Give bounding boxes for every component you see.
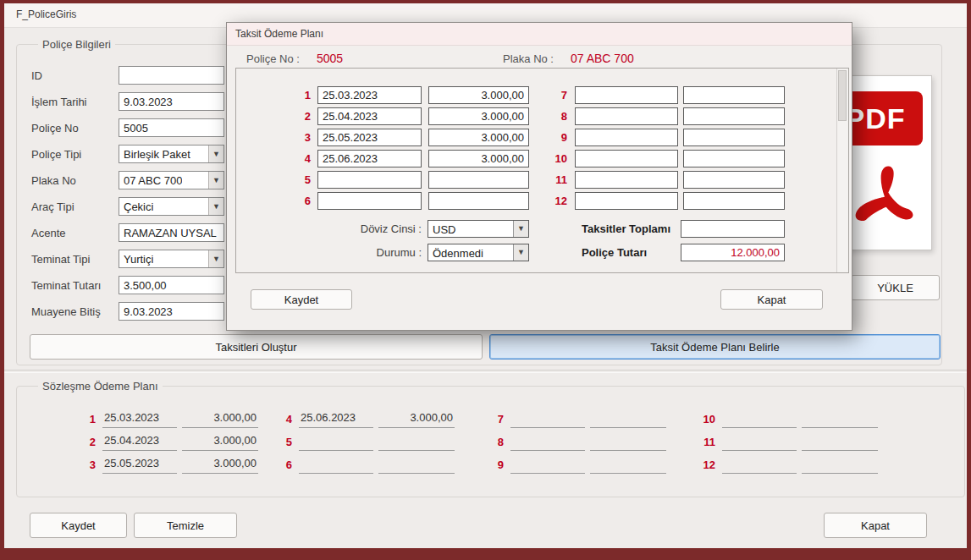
installment-date-input[interactable] bbox=[317, 171, 422, 189]
installment-number: 1 bbox=[290, 89, 311, 102]
police-tutari-input[interactable] bbox=[681, 244, 785, 261]
installment-amount-input[interactable] bbox=[683, 171, 785, 189]
taksitleri-olustur-button[interactable]: Taksitleri Oluştur bbox=[30, 334, 483, 360]
installment-number: 7 bbox=[547, 89, 567, 102]
installment-amount-input[interactable] bbox=[683, 86, 785, 104]
teminat-tipi-combobox[interactable]: Yurtiçi ▼ bbox=[119, 250, 224, 268]
horizontal-divider bbox=[4, 370, 967, 373]
row-date: 25.06.2023 bbox=[299, 411, 373, 428]
doviz-cinsi-combobox[interactable]: USD ▼ bbox=[428, 220, 529, 238]
row-amount bbox=[378, 434, 455, 451]
islem-tarihi-input[interactable] bbox=[119, 92, 224, 111]
muayene-bitis-input[interactable] bbox=[119, 302, 224, 321]
row-amount: 3.000,00 bbox=[182, 457, 258, 474]
field-row-police-no: Poliçe No bbox=[31, 118, 234, 139]
arac-tipi-combobox[interactable]: Çekici ▼ bbox=[119, 197, 224, 216]
app-window: F_PoliceGiris Poliçe Bilgileri ID İşlem … bbox=[0, 0, 971, 560]
row-date: 25.03.2023 bbox=[102, 411, 177, 428]
dialog-kaydet-button[interactable]: Kaydet bbox=[251, 289, 352, 310]
field-row-muayene-bitis: Muayene Bitiş bbox=[31, 302, 234, 322]
installment-date-input[interactable] bbox=[575, 192, 678, 210]
sozlesme-row: 6 bbox=[277, 457, 455, 474]
police-no-label: Poliçe No bbox=[31, 122, 79, 135]
installment-row: 2 bbox=[290, 107, 536, 125]
temizle-button[interactable]: Temizle bbox=[134, 513, 237, 538]
chevron-down-icon[interactable]: ▼ bbox=[208, 250, 223, 267]
panel-scrollbar[interactable] bbox=[836, 69, 848, 272]
chevron-down-icon[interactable]: ▼ bbox=[208, 145, 223, 162]
chevron-down-icon[interactable]: ▼ bbox=[513, 221, 528, 237]
installments-panel: 1 2 3 4 5 bbox=[235, 68, 849, 273]
row-number: 2 bbox=[80, 436, 96, 448]
installment-date-input[interactable] bbox=[575, 107, 678, 125]
dialog-kapat-button[interactable]: Kapat bbox=[720, 289, 823, 310]
installment-date-input[interactable] bbox=[575, 171, 678, 189]
installment-number: 12 bbox=[547, 195, 567, 207]
installment-row: 4 bbox=[290, 150, 536, 167]
installment-amount-input[interactable] bbox=[428, 150, 529, 167]
installment-row: 1 bbox=[290, 86, 536, 104]
row-number: 11 bbox=[700, 436, 715, 448]
installment-row: 7 bbox=[547, 86, 792, 104]
durumu-label: Durumu : bbox=[290, 246, 422, 259]
scrollbar-thumb[interactable] bbox=[838, 70, 847, 121]
row-date bbox=[510, 411, 585, 428]
sozlesme-row: 10 bbox=[700, 411, 878, 428]
row-amount: 3.000,00 bbox=[378, 411, 455, 428]
taksitler-toplami-input[interactable] bbox=[681, 220, 785, 238]
installment-amount-input[interactable] bbox=[683, 129, 785, 146]
row-amount bbox=[378, 457, 455, 474]
installment-amount-input[interactable] bbox=[683, 150, 785, 167]
taksit-odeme-plani-dialog: Taksit Ödeme Planı Poliçe No : 5005 Plak… bbox=[226, 22, 852, 331]
installment-amount-input[interactable] bbox=[683, 107, 785, 125]
acente-input[interactable] bbox=[119, 223, 224, 242]
kaydet-button[interactable]: Kaydet bbox=[30, 513, 127, 538]
installment-date-input[interactable] bbox=[317, 150, 422, 167]
installment-number: 5 bbox=[290, 173, 311, 186]
teminat-tipi-value: Yurtiçi bbox=[124, 253, 153, 266]
installment-date-input[interactable] bbox=[317, 192, 422, 210]
row-date bbox=[722, 457, 797, 474]
teminat-tutari-input[interactable] bbox=[119, 276, 224, 294]
row-number: 4 bbox=[277, 413, 292, 425]
installment-row: 11 bbox=[547, 171, 792, 189]
row-date bbox=[510, 434, 585, 451]
installment-number: 9 bbox=[547, 131, 567, 144]
pdf-yukle-button[interactable]: YÜKLE bbox=[851, 275, 940, 300]
window-title: F_PoliceGiris bbox=[16, 8, 76, 20]
installment-date-input[interactable] bbox=[317, 86, 422, 104]
id-input[interactable] bbox=[119, 66, 224, 85]
adobe-ribbon-icon bbox=[848, 156, 921, 234]
police-tipi-combobox[interactable]: Birleşik Paket ▼ bbox=[119, 145, 224, 163]
row-number: 5 bbox=[277, 436, 292, 448]
row-date bbox=[510, 457, 585, 474]
sozlesme-row: 9 bbox=[488, 457, 666, 474]
arac-tipi-value: Çekici bbox=[124, 200, 153, 213]
police-no-input[interactable] bbox=[119, 118, 224, 137]
installment-date-input[interactable] bbox=[317, 107, 422, 125]
chevron-down-icon[interactable]: ▼ bbox=[513, 244, 528, 261]
installment-amount-input[interactable] bbox=[683, 192, 785, 210]
chevron-down-icon[interactable]: ▼ bbox=[208, 198, 223, 215]
installment-amount-input[interactable] bbox=[428, 107, 529, 125]
installment-row: 12 bbox=[547, 192, 792, 210]
installment-date-input[interactable] bbox=[317, 129, 422, 146]
installment-date-input[interactable] bbox=[575, 86, 678, 104]
installment-date-input[interactable] bbox=[575, 129, 678, 146]
installment-amount-input[interactable] bbox=[428, 129, 529, 146]
dialog-title: Taksit Ödeme Planı bbox=[235, 28, 323, 40]
kapat-button[interactable]: Kapat bbox=[824, 513, 927, 538]
installment-amount-input[interactable] bbox=[428, 86, 529, 104]
taksit-odeme-plani-belirle-button[interactable]: Taksit Ödeme Planı Belirle bbox=[489, 334, 941, 360]
row-date: 25.05.2023 bbox=[102, 457, 177, 474]
sozlesme-row: 4 25.06.2023 3.000,00 bbox=[277, 411, 455, 428]
police-tipi-value: Birleşik Paket bbox=[124, 148, 190, 161]
installment-date-input[interactable] bbox=[575, 150, 678, 167]
plaka-no-combobox[interactable]: 07 ABC 700 ▼ bbox=[119, 171, 224, 189]
chevron-down-icon[interactable]: ▼ bbox=[208, 172, 223, 189]
teminat-tipi-label: Teminat Tipi bbox=[31, 253, 90, 266]
durumu-value: Ödenmedi bbox=[433, 247, 483, 260]
durumu-combobox[interactable]: Ödenmedi ▼ bbox=[428, 244, 529, 261]
installment-amount-input[interactable] bbox=[428, 171, 529, 189]
installment-amount-input[interactable] bbox=[428, 192, 529, 210]
